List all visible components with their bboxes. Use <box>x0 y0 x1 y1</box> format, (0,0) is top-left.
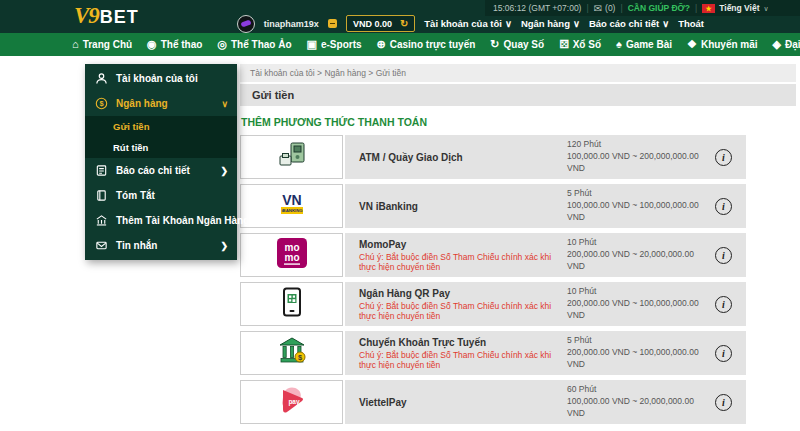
sidebar-item-label: Rút tiền <box>113 142 148 153</box>
payment-method-info: ViettelPay <box>359 397 567 408</box>
user-icon <box>94 72 108 85</box>
payment-method-time: 10 Phút <box>567 237 707 249</box>
chevron-down-icon: ∨ <box>573 18 580 29</box>
payment-method-chuyen-khoan-truc-tuyen[interactable]: $ Chuyển Khoản Trực Tuyến Chú ý: Bắt buộ… <box>240 331 746 375</box>
sidebar-item-label: Gửi tiền <box>113 121 149 132</box>
svg-text:iBANKING: iBANKING <box>281 208 303 213</box>
balance-box[interactable]: VND 0.00 ↻ <box>346 15 415 32</box>
payment-method-limits: 60 Phút 100,000.00 VND ~ 20,000,000.00 V… <box>567 384 707 420</box>
payment-logo-box[interactable] <box>240 135 343 179</box>
payment-row-body: VN iBanking 5 Phút 100,000.00 VND ~ 100,… <box>345 184 746 228</box>
payment-method-time: 10 Phút <box>567 286 707 298</box>
messages-link[interactable]: (0) <box>594 3 616 14</box>
payment-method-note: Chú ý: Bắt buộc điền Số Tham Chiếu chính… <box>359 252 567 272</box>
payment-method-name: VN iBanking <box>359 201 567 212</box>
payment-logo-box[interactable] <box>240 282 343 326</box>
envelope-icon <box>594 3 602 14</box>
chevron-down-icon: ∨ <box>505 18 512 29</box>
sidebar-item-bao-cao-chi-tiet[interactable]: Báo cáo chi tiết ❯ <box>85 158 237 183</box>
sidebar-item-label: Thêm Tài Khoản Ngân Hàng <box>116 215 249 226</box>
info-icon[interactable] <box>715 247 732 264</box>
info-icon[interactable] <box>715 394 732 411</box>
nav-item-e-sports[interactable]: ▣ e-Sports <box>307 39 362 50</box>
vietnam-flag-icon: ★ <box>702 4 715 13</box>
topbar-menu-thoat[interactable]: Thoát <box>678 18 704 29</box>
nav-item-ai-ly[interactable]: ◈ Đại Lý <box>773 39 800 50</box>
info-icon[interactable] <box>715 198 732 215</box>
svg-text:VN: VN <box>282 192 301 208</box>
sidebar-item-ngan-hang[interactable]: $ Ngân hàng ∨ <box>85 91 237 116</box>
sidebar-item-gui-tien[interactable]: Gửi tiền <box>85 116 237 137</box>
mail-count: (0) <box>605 3 615 13</box>
main-nav: ⌂ Trang Chủ ◉ Thể thao ◎ Thể Thao Ảo ▣ e… <box>0 33 800 56</box>
logo-v9-text: V9 <box>74 3 99 29</box>
chevron-down-icon: ∨ <box>662 18 669 29</box>
payment-method-name: Chuyển Khoản Trực Tuyến <box>359 337 567 348</box>
sidebar-item-tai-khoan-cua-toi[interactable]: Tài khoản của tôi <box>85 66 237 91</box>
help-link[interactable]: CẦN GIÚP ĐỠ? <box>628 3 690 13</box>
payment-method-vn-ibanking[interactable]: VNiBANKING VN iBanking 5 Phút 100,000.00… <box>240 184 746 228</box>
payment-method-time: 60 Phút <box>567 384 707 396</box>
nav-item-the-thao-ao[interactable]: ◎ Thể Thao Ảo <box>217 39 291 50</box>
clock-text: 15:06:12 (GMT +07:00) <box>493 3 581 13</box>
avatar-image <box>240 20 251 28</box>
viettelpay-logo: pay <box>275 385 309 419</box>
payment-method-momopay[interactable]: momo MomoPay Chú ý: Bắt buộc điền Số Tha… <box>240 233 746 277</box>
refresh-icon[interactable]: ↻ <box>400 18 408 29</box>
payment-row-body: ATM / Quầy Giao Dịch 120 Phút 100,000.00… <box>345 135 746 179</box>
sidebar-item-them-tai-khoan-ngan-hang[interactable]: Thêm Tài Khoản Ngân Hàng <box>85 208 237 233</box>
payment-method-name: ATM / Quầy Giao Dịch <box>359 152 567 163</box>
member-badge-icon[interactable] <box>328 19 337 28</box>
payment-logo-box[interactable]: $ <box>240 331 343 375</box>
logo-bet-text: BET <box>100 7 139 28</box>
sidebar-item-label: Tóm Tắt <box>116 190 155 201</box>
payment-logo-box[interactable]: momo <box>240 233 343 277</box>
report-icon <box>94 164 108 177</box>
nav-item-quay-so[interactable]: ↻ Quay Số <box>490 39 544 50</box>
payment-method-atm-quay-giao-dich[interactable]: ATM / Quầy Giao Dịch 120 Phút 100,000.00… <box>240 135 746 179</box>
nav-item-xo-so[interactable]: ⚄ Xổ Số <box>559 39 601 50</box>
language-label: Tiếng Việt <box>719 3 759 13</box>
account-bar: tinapham19x VND 0.00 ↻ Tài khoản của tôi… <box>237 14 800 33</box>
payment-logo-box[interactable]: VNiBANKING <box>240 184 343 228</box>
divider: | <box>586 3 588 13</box>
topbar-menu-ngan-hang[interactable]: Ngân hàng ∨ <box>521 18 580 29</box>
payment-method-info: VN iBanking <box>359 201 567 212</box>
soccer-icon: ◉ <box>147 39 157 50</box>
chevron-down-icon <box>764 3 769 13</box>
topbar-menu-tai-khoan-cua-toi[interactable]: Tài khoản của tôi ∨ <box>424 18 512 29</box>
spin-icon: ↻ <box>490 39 499 50</box>
sidebar-item-label: Tài khoản của tôi <box>116 73 198 84</box>
payment-method-info: Ngân Hàng QR Pay Chú ý: Bắt buộc điền Số… <box>359 288 567 321</box>
nav-item-the-thao[interactable]: ◉ Thể thao <box>147 39 202 50</box>
svg-text:pay: pay <box>288 398 300 406</box>
topbar-menu-bao-cao-chi-tiet[interactable]: Báo cáo chi tiết ∨ <box>589 18 669 29</box>
payment-method-range: 200,000.00 VND ~ 100,000,000.00 VND <box>567 298 707 322</box>
v9bet-logo[interactable]: V9 BET <box>74 3 139 29</box>
payment-method-viettelpay[interactable]: pay ViettelPay 60 Phút 100,000.00 VND ~ … <box>240 380 746 424</box>
language-selector[interactable]: ★ Tiếng Việt <box>702 3 768 13</box>
nav-item-casino-truc-tuyen[interactable]: ⊕ Casino trực tuyến <box>377 39 476 50</box>
payment-method-ngan-hang-qr-pay[interactable]: Ngân Hàng QR Pay Chú ý: Bắt buộc điền Số… <box>240 282 746 326</box>
sidebar-item-tin-nhan[interactable]: Tin nhắn ❯ <box>85 233 237 258</box>
info-icon[interactable] <box>715 296 732 313</box>
info-icon[interactable] <box>715 149 732 166</box>
nav-item-trang-chu[interactable]: ⌂ Trang Chủ <box>72 39 132 50</box>
nav-item-label: Trang Chủ <box>83 39 132 50</box>
gift-icon: ❖ <box>687 39 697 50</box>
chevron-right-icon: ❯ <box>220 166 228 176</box>
payment-method-limits: 120 Phút 100,000.00 VND ~ 200,000,000.00… <box>567 139 707 175</box>
dollar-icon: $ <box>94 97 108 110</box>
payment-method-limits: 5 Phút 100,000.00 VND ~ 100,000,000.00 V… <box>567 188 707 224</box>
nav-item-khuyen-mai[interactable]: ❖ Khuyến mãi <box>687 39 758 50</box>
payment-logo-box[interactable]: pay <box>240 380 343 424</box>
sidebar-item-label: Tin nhắn <box>116 240 157 251</box>
sidebar-item-rut-tien[interactable]: Rút tiền <box>85 137 237 158</box>
nav-item-game-bai[interactable]: ♠ Game Bài <box>616 39 672 50</box>
breadcrumb[interactable]: Tài khoản của tôi > Ngân hàng > Gửi tiền <box>240 64 796 82</box>
sidebar-item-tom-tat[interactable]: Tóm Tắt <box>85 183 237 208</box>
account-sidebar: Tài khoản của tôi $ Ngân hàng ∨ Gửi tiền… <box>85 64 237 260</box>
info-icon[interactable] <box>715 345 732 362</box>
payment-row-body: MomoPay Chú ý: Bắt buộc điền Số Tham Chi… <box>345 233 746 277</box>
avatar[interactable] <box>237 15 255 33</box>
